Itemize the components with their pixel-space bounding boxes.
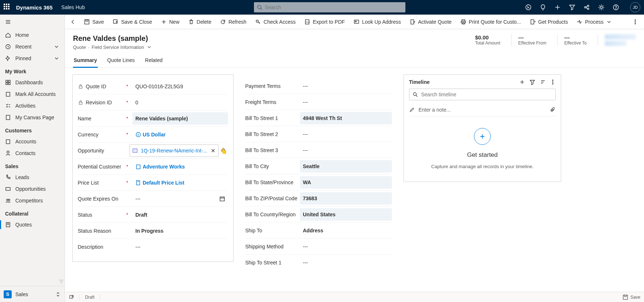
assistant-icon[interactable] bbox=[525, 4, 532, 11]
home-icon bbox=[5, 32, 11, 38]
customer-field[interactable]: Adventure Works bbox=[132, 160, 228, 173]
statusreason-value[interactable]: In Progress bbox=[132, 225, 228, 237]
nav-leads[interactable]: Leads bbox=[0, 171, 65, 183]
svg-rect-61 bbox=[136, 165, 140, 169]
country-field[interactable]: United States bbox=[300, 208, 392, 221]
revision-value: 0 bbox=[132, 96, 228, 109]
timeline-add-button[interactable]: + bbox=[474, 128, 491, 145]
nav-accounts[interactable]: Accounts bbox=[0, 136, 65, 147]
nav-opportunities[interactable]: Opportunities bbox=[0, 183, 65, 195]
activate-quote-button[interactable]: Activate Quote bbox=[406, 16, 455, 28]
tab-summary[interactable]: Summary bbox=[73, 54, 98, 67]
nav-pinned[interactable]: Pinned bbox=[0, 53, 65, 64]
sitemap-toggle[interactable] bbox=[0, 15, 65, 29]
filter-icon[interactable] bbox=[569, 4, 575, 11]
global-search[interactable] bbox=[254, 2, 405, 12]
svg-point-30 bbox=[8, 199, 10, 201]
chevron-down-icon bbox=[54, 55, 59, 61]
name-field[interactable]: Rene Valdes (sample) bbox=[132, 112, 228, 125]
shipstreet1-field[interactable]: --- bbox=[300, 256, 392, 269]
svg-point-0 bbox=[258, 5, 261, 8]
timeline-empty-title: Get started bbox=[467, 151, 498, 159]
help-icon[interactable] bbox=[613, 4, 619, 11]
global-search-input[interactable] bbox=[265, 4, 403, 10]
nav-activities[interactable]: Activities bbox=[0, 100, 65, 112]
svg-point-73 bbox=[552, 80, 553, 81]
chevron-down-icon[interactable] bbox=[146, 44, 152, 50]
person-icon bbox=[5, 150, 11, 156]
save-close-button[interactable]: Save & Close bbox=[109, 16, 156, 28]
popout-icon[interactable] bbox=[69, 294, 74, 300]
freight-field[interactable]: --- bbox=[300, 96, 392, 108]
city-field[interactable]: Seattle bbox=[300, 160, 392, 173]
svg-rect-21 bbox=[8, 83, 10, 85]
street1-field[interactable]: 4948 West Th St bbox=[300, 112, 392, 124]
process-button[interactable]: Process bbox=[573, 16, 616, 28]
calendar-icon[interactable] bbox=[219, 196, 225, 202]
print-quote-button[interactable]: Print Quote for Custo... bbox=[457, 16, 525, 28]
nav-competitors[interactable]: Competitors bbox=[0, 195, 65, 206]
refresh-button[interactable]: Refresh bbox=[216, 16, 250, 28]
form-selector[interactable]: Field Service Information bbox=[92, 44, 144, 50]
search-icon bbox=[257, 4, 262, 10]
check-access-button[interactable]: Check Access bbox=[251, 16, 299, 28]
nav-contacts[interactable]: Contacts bbox=[0, 147, 65, 159]
street3-field[interactable]: --- bbox=[300, 144, 392, 156]
expires-field[interactable]: --- bbox=[132, 193, 228, 205]
timeline-note-input[interactable]: Enter a note... bbox=[409, 103, 556, 116]
lightbulb-icon[interactable] bbox=[540, 4, 546, 11]
pricelist-icon bbox=[135, 180, 141, 186]
currency-field[interactable]: $ US Dollar bbox=[132, 128, 228, 141]
relationship-icon[interactable] bbox=[583, 4, 590, 11]
nav-canvas[interactable]: My Canvas Page bbox=[0, 112, 65, 123]
account-icon bbox=[135, 164, 141, 170]
save-button[interactable]: Save bbox=[80, 16, 108, 28]
nav-quotes[interactable]: Quotes bbox=[0, 219, 65, 231]
pricelist-field[interactable]: Default Price List bbox=[132, 177, 228, 189]
add-icon[interactable] bbox=[519, 79, 525, 85]
delete-button[interactable]: Delete bbox=[185, 16, 215, 28]
more-vertical-icon[interactable] bbox=[550, 79, 556, 85]
add-icon[interactable] bbox=[554, 4, 561, 11]
nav-mark-accounts[interactable]: Mark All Accounts bbox=[0, 88, 65, 100]
entity-icon bbox=[132, 148, 138, 154]
export-pdf-button[interactable]: PDFExport to PDF bbox=[301, 16, 348, 28]
new-button[interactable]: New bbox=[157, 16, 183, 28]
nav-label: Accounts bbox=[15, 139, 36, 144]
state-field[interactable]: WA bbox=[300, 176, 392, 189]
tab-quote-lines[interactable]: Quote Lines bbox=[107, 54, 136, 67]
lookup-address-button[interactable]: Look Up Address bbox=[350, 16, 405, 28]
currency-icon: $ bbox=[135, 132, 141, 138]
timeline-search[interactable] bbox=[409, 89, 556, 100]
street2-field[interactable]: --- bbox=[300, 128, 392, 140]
opportunity-field[interactable]: 1Q-19-Renew-NAmeric-Int-... 👆 bbox=[130, 144, 228, 157]
entity-name: Quote bbox=[73, 44, 86, 50]
user-avatar[interactable]: JD bbox=[630, 2, 640, 12]
footer-save-label[interactable]: Save bbox=[630, 295, 640, 300]
app-name[interactable]: Sales Hub bbox=[61, 4, 85, 10]
nav-dashboards[interactable]: Dashboards bbox=[0, 77, 65, 88]
save-icon[interactable] bbox=[622, 294, 628, 300]
zip-field[interactable]: 73683 bbox=[300, 192, 392, 205]
description-field[interactable]: --- bbox=[132, 241, 228, 253]
app-launcher-icon[interactable] bbox=[4, 4, 11, 11]
area-switcher[interactable]: S Sales bbox=[0, 286, 65, 302]
nav-recent[interactable]: Recent bbox=[0, 41, 65, 53]
sort-icon[interactable] bbox=[540, 79, 545, 85]
timeline-search-input[interactable] bbox=[421, 92, 552, 97]
settings-icon[interactable] bbox=[598, 4, 605, 11]
overflow-button[interactable] bbox=[629, 16, 642, 28]
get-products-button[interactable]: Get Products bbox=[526, 16, 572, 28]
shipto-field[interactable]: Address bbox=[300, 224, 392, 237]
clear-icon[interactable] bbox=[210, 148, 216, 154]
tab-related[interactable]: Related bbox=[144, 54, 163, 67]
shipmethod-field[interactable]: --- bbox=[300, 240, 392, 253]
back-button[interactable] bbox=[67, 16, 79, 28]
nav-home[interactable]: Home bbox=[0, 29, 65, 41]
attach-icon[interactable] bbox=[550, 107, 556, 113]
nav-label: Opportunities bbox=[15, 186, 46, 192]
checklist-icon bbox=[5, 103, 11, 109]
site-map: Home Recent Pinned My Work Dashboards Ma… bbox=[0, 15, 65, 302]
payment-field[interactable]: --- bbox=[300, 80, 392, 92]
filter-icon[interactable] bbox=[529, 79, 535, 85]
